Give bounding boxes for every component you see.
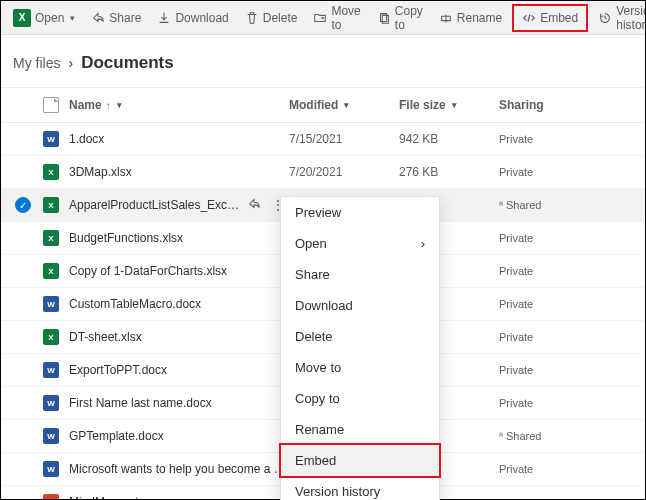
copyto-button[interactable]: Copy to xyxy=(371,0,429,36)
version-button[interactable]: Version history xyxy=(592,0,646,36)
file-name[interactable]: ExportToPPT.docx xyxy=(69,363,167,377)
sharing-column[interactable]: Sharing xyxy=(499,98,637,112)
pptx-file-icon: P xyxy=(43,494,59,500)
context-preview[interactable]: Preview xyxy=(281,197,439,228)
embed-icon xyxy=(522,11,536,25)
share-label: Share xyxy=(109,11,141,25)
file-name[interactable]: MindMap.pptx xyxy=(69,495,144,500)
context-rename[interactable]: Rename xyxy=(281,414,439,445)
docx-file-icon: W xyxy=(43,362,59,378)
download-label: Download xyxy=(175,11,228,25)
embed-highlight: Embed xyxy=(512,4,588,32)
row-select-radio[interactable] xyxy=(15,395,31,411)
copyto-icon xyxy=(377,11,391,25)
chevron-down-icon: ▾ xyxy=(344,100,349,110)
file-sharing: ᴿShared xyxy=(499,199,637,211)
row-select-radio[interactable] xyxy=(15,230,31,246)
modified-column[interactable]: Modified ▾ xyxy=(289,98,399,112)
breadcrumb-root[interactable]: My files xyxy=(13,55,60,71)
file-sharing: Private xyxy=(499,133,637,145)
chevron-down-icon: ▾ xyxy=(117,100,122,110)
file-name[interactable]: First Name last name.docx xyxy=(69,396,212,410)
file-table-header: Name ↑ ▾ Modified ▾ File size ▾ Sharing xyxy=(1,87,645,123)
context-share[interactable]: Share xyxy=(281,259,439,290)
delete-button[interactable]: Delete xyxy=(239,7,304,29)
file-name[interactable]: Copy of 1-DataForCharts.xlsx xyxy=(69,264,227,278)
chevron-down-icon: ▾ xyxy=(452,100,457,110)
breadcrumb: My files › Documents xyxy=(1,35,645,87)
row-select-radio[interactable] xyxy=(15,131,31,147)
row-select-radio[interactable] xyxy=(15,494,31,500)
delete-label: Delete xyxy=(263,11,298,25)
context-moveto[interactable]: Move to xyxy=(281,352,439,383)
file-sharing: Private xyxy=(499,298,637,310)
file-size: 942 KB xyxy=(399,132,499,146)
file-sharing: Private xyxy=(499,232,637,244)
file-name[interactable]: CustomTableMacro.docx xyxy=(69,297,201,311)
moveto-button[interactable]: Move to xyxy=(307,0,366,36)
moveto-label: Move to xyxy=(331,4,360,32)
embed-label: Embed xyxy=(540,11,578,25)
share-icon[interactable] xyxy=(247,197,261,214)
xlsx-file-icon: X xyxy=(43,164,59,180)
row-select-radio[interactable] xyxy=(15,362,31,378)
file-name[interactable]: 1.docx xyxy=(69,132,104,146)
open-label: Open xyxy=(35,11,64,25)
file-modified: 7/20/2021 xyxy=(289,165,399,179)
share-button[interactable]: Share xyxy=(85,7,147,29)
rename-icon xyxy=(439,11,453,25)
docx-file-icon: W xyxy=(43,131,59,147)
filesize-column[interactable]: File size ▾ xyxy=(399,98,499,112)
embed-button[interactable]: Embed xyxy=(516,7,584,29)
row-select-radio[interactable] xyxy=(15,164,31,180)
row-select-radio[interactable] xyxy=(15,197,31,213)
row-select-radio[interactable] xyxy=(15,329,31,345)
table-row[interactable]: X3DMap.xlsx7/20/2021276 KBPrivate xyxy=(1,156,645,189)
context-download[interactable]: Download xyxy=(281,290,439,321)
file-name[interactable]: ApparelProductListSales_Excel... xyxy=(69,198,241,212)
row-select-radio[interactable] xyxy=(15,263,31,279)
excel-icon: X xyxy=(13,9,31,27)
open-button[interactable]: X Open ▾ xyxy=(7,5,81,31)
version-label: Version history xyxy=(616,4,646,32)
breadcrumb-current: Documents xyxy=(81,53,174,73)
file-modified: 7/15/2021 xyxy=(289,132,399,146)
context-open[interactable]: Open› xyxy=(281,228,439,259)
modified-column-label: Modified xyxy=(289,98,338,112)
context-copyto[interactable]: Copy to xyxy=(281,383,439,414)
file-sharing: Private xyxy=(499,331,637,343)
delete-icon xyxy=(245,11,259,25)
file-name[interactable]: BudgetFunctions.xlsx xyxy=(69,231,183,245)
download-button[interactable]: Download xyxy=(151,7,234,29)
row-select-radio[interactable] xyxy=(15,296,31,312)
xlsx-file-icon: X xyxy=(43,329,59,345)
filesize-column-label: File size xyxy=(399,98,446,112)
file-name[interactable]: 3DMap.xlsx xyxy=(69,165,132,179)
file-sharing: Private xyxy=(499,265,637,277)
share-icon xyxy=(91,11,105,25)
file-sharing: Private xyxy=(499,463,637,475)
file-sharing: Private xyxy=(499,166,637,178)
document-icon xyxy=(43,97,59,113)
row-select-radio[interactable] xyxy=(15,428,31,444)
file-sharing: Private xyxy=(499,397,637,409)
people-icon: ᴿ xyxy=(499,431,503,442)
context-version[interactable]: Version history xyxy=(281,476,439,500)
context-menu: Preview Open› Share Download Delete Move… xyxy=(280,196,440,500)
command-bar: X Open ▾ Share Download Delete Move to C… xyxy=(1,1,645,35)
file-name[interactable]: Microsoft wants to help you become a bet… xyxy=(69,462,289,476)
rename-label: Rename xyxy=(457,11,502,25)
row-select-radio[interactable] xyxy=(15,461,31,477)
context-delete[interactable]: Delete xyxy=(281,321,439,352)
rename-button[interactable]: Rename xyxy=(433,7,508,29)
table-row[interactable]: W1.docx7/15/2021942 KBPrivate xyxy=(1,123,645,156)
name-column[interactable]: Name ↑ ▾ xyxy=(69,98,289,112)
chevron-down-icon: ▾ xyxy=(70,13,75,23)
file-icon-column xyxy=(43,97,69,113)
file-size: 276 KB xyxy=(399,165,499,179)
file-sharing: Private xyxy=(499,364,637,376)
file-name[interactable]: DT-sheet.xlsx xyxy=(69,330,142,344)
context-embed[interactable]: Embed xyxy=(279,443,441,478)
file-name[interactable]: GPTemplate.docx xyxy=(69,429,164,443)
docx-file-icon: W xyxy=(43,428,59,444)
